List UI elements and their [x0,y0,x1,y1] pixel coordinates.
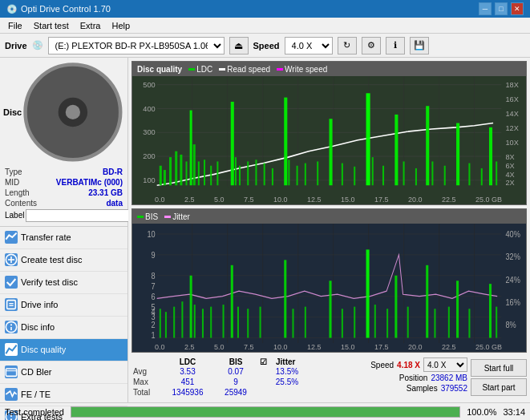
save-button[interactable]: 💾 [410,37,429,55]
sidebar-item-cd-bler[interactable]: CD Bler [0,361,127,384]
speed-select[interactable]: 4.0 X [285,37,333,55]
svg-text:8X: 8X [505,152,515,161]
drive-icon: 💿 [32,40,43,50]
avg-row: Avg 3.53 0.07 13.5% [131,366,367,377]
eject-button[interactable]: ⏏ [229,37,249,55]
svg-rect-122 [366,249,370,337]
label-input[interactable] [26,209,132,222]
svg-rect-130 [456,281,459,337]
sidebar-item-disc-quality[interactable]: Disc quality [0,339,127,361]
avg-bis: 0.07 [212,367,260,376]
transfer-rate-icon [5,231,18,244]
disc-label-row: Label ✎ [3,208,124,223]
sidebar-item-create-test-disc[interactable]: Create test disc [0,249,127,272]
svg-rect-103 [160,309,161,337]
svg-rect-123 [374,305,376,337]
jitter-legend-color [164,216,171,218]
total-label: Total [133,388,164,397]
minimize-button[interactable]: ─ [479,2,492,15]
top-chart-title: Disc quality [137,65,182,74]
svg-text:7: 7 [152,281,156,291]
menu-extra[interactable]: Extra [75,19,106,32]
disc-title: Disc [3,107,22,117]
bx-label-5: 12.5 [307,343,322,351]
bx-label-1: 2.5 [184,343,195,351]
disc-header: Disc [3,61,124,164]
sidebar-item-verify-test-disc[interactable]: Verify test disc [0,272,127,294]
bottom-chart-body: 10 9 8 7 6 5 4 3 2 1 40% 32% 24% [132,224,526,352]
svg-rect-112 [231,265,233,338]
svg-rect-67 [444,166,446,185]
x-label-9: 22.5 [442,196,456,204]
app-icon: 💿 [6,4,18,14]
menu-file[interactable]: File [3,19,27,32]
speed-select-stat[interactable]: 4.0 X [423,357,467,372]
write-speed-legend-color [277,68,283,71]
ldc-legend-label: LDC [196,65,212,74]
svg-rect-111 [223,305,225,337]
svg-text:10X: 10X [505,138,519,147]
x-label-6: 15.0 [341,196,355,204]
svg-rect-128 [434,309,435,337]
close-button[interactable]: ✕ [511,2,524,15]
drive-select[interactable]: (E:) PLEXTOR BD-R PX-LB950SA 1.06 [48,37,225,55]
disc-quality-icon [5,343,18,356]
svg-text:10: 10 [147,228,155,239]
svg-point-2 [66,105,80,119]
sidebar-label-disc-info: Disc info [21,322,55,332]
svg-rect-64 [415,168,417,185]
disc-mid-row: MID VERBATIMc (000) [3,177,124,188]
start-full-button[interactable]: Start full [471,359,527,377]
svg-rect-113 [237,307,239,338]
max-ldc: 451 [164,378,212,386]
menu-start-test[interactable]: Start test [29,19,74,32]
sidebar-item-transfer-rate[interactable]: Transfer rate [0,227,127,249]
svg-rect-106 [181,301,183,337]
disc-icon [22,61,124,164]
info-button[interactable]: ℹ [386,37,405,55]
menu-help[interactable]: Help [107,19,135,32]
svg-rect-125 [394,276,397,338]
svg-text:12X: 12X [505,123,519,132]
start-part-button[interactable]: Start part [471,378,527,396]
svg-rect-121 [354,307,355,338]
settings-button[interactable]: ⚙ [362,37,381,55]
svg-rect-39 [193,144,196,185]
svg-rect-36 [180,155,182,185]
max-jitter: 25.5% [260,378,314,386]
refresh-button[interactable]: ↻ [338,37,357,55]
svg-text:14X: 14X [505,109,519,118]
position-label: Position [399,374,428,382]
svg-rect-57 [342,164,343,186]
legend-read-speed: Read speed [219,65,270,74]
svg-rect-65 [426,106,429,185]
sidebar-item-disc-info[interactable]: Disc info [0,317,127,339]
svg-rect-34 [169,157,172,185]
svg-rect-60 [372,157,374,185]
col-ldc-header: LDC [164,357,212,366]
speed-stat-value: 4.18 X [397,361,420,370]
svg-text:100: 100 [143,176,155,184]
sidebar-item-drive-info[interactable]: Drive info [0,294,127,317]
svg-rect-38 [190,111,192,186]
bx-label-10: 25.0 GB [475,343,502,351]
verify-test-disc-icon [5,276,18,289]
svg-rect-51 [284,98,287,186]
svg-rect-44 [231,102,234,185]
x-label-0: 0.0 [155,196,165,204]
length-label: Length [5,188,30,197]
nav-items: Transfer rate Create test disc Verify te… [0,227,127,420]
svg-rect-43 [216,161,218,185]
avg-ldc: 3.53 [164,367,212,376]
svg-rect-12 [6,369,16,376]
sidebar-item-fe-te[interactable]: FE / TE [0,384,127,406]
svg-point-10 [10,325,12,326]
progress-percent: 100.0% [467,407,496,417]
title-bar-controls: ─ □ ✕ [479,2,524,15]
svg-rect-33 [164,170,166,185]
maximize-button[interactable]: □ [495,2,508,15]
svg-text:8%: 8% [505,318,516,329]
svg-rect-68 [456,123,459,186]
svg-rect-46 [239,166,241,185]
drive-label: Drive [5,41,27,50]
